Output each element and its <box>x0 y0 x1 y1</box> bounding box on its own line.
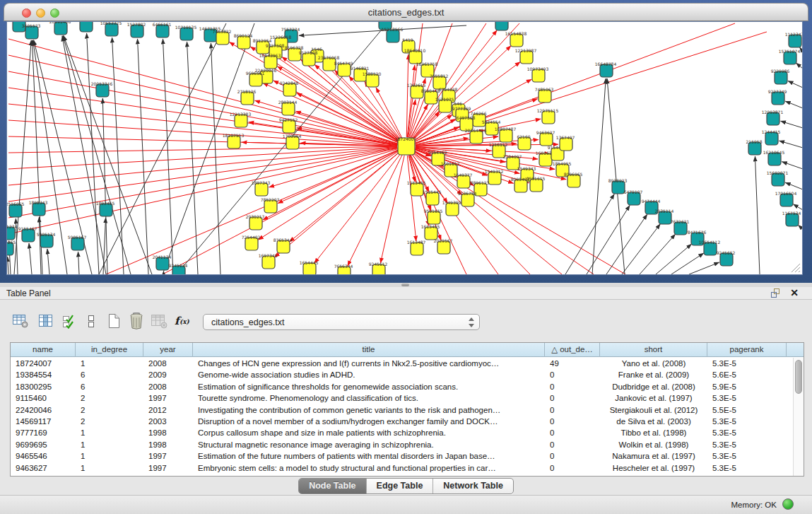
table-cell[interactable]: 2003 <box>143 416 193 427</box>
network-window-titlebar[interactable]: citations_edges.txt <box>4 3 808 21</box>
close-panel-icon[interactable]: ✕ <box>789 288 799 298</box>
table-cell[interactable]: 9465546 <box>11 450 76 462</box>
table-cell[interactable]: 1 <box>76 450 143 462</box>
column-preferences-icon[interactable] <box>35 311 57 332</box>
table-cell[interactable]: 1 <box>76 427 143 438</box>
table-cell[interactable]: Wolkin et al. (1998) <box>600 439 707 450</box>
column-header-year[interactable]: year <box>143 343 193 357</box>
float-panel-icon[interactable] <box>771 288 781 298</box>
resize-grip[interactable] <box>791 263 801 273</box>
table-cell[interactable]: Franke et al. (2009) <box>600 369 707 380</box>
table-cell[interactable]: 9777169 <box>11 427 76 438</box>
delete-icon[interactable] <box>126 311 147 332</box>
new-table-icon[interactable] <box>103 311 124 332</box>
table-cell[interactable]: 5.3E-5 <box>707 439 787 450</box>
table-cell[interactable]: 2 <box>76 416 143 427</box>
column-header-in-degree[interactable]: in_degree <box>76 343 143 357</box>
table-cell[interactable]: 5.3E-5 <box>707 358 787 369</box>
network-graph[interactable]: 2516065340557320691406106533210653325152… <box>7 22 802 274</box>
table-cell[interactable]: 1998 <box>143 427 193 438</box>
table-cell[interactable]: 0 <box>545 392 600 404</box>
column-header-title[interactable]: title <box>193 343 545 357</box>
table-cell[interactable]: Dudbridge et al. (2008) <box>600 381 707 392</box>
divider-handle[interactable] <box>401 284 409 286</box>
table-cell[interactable]: Corpus callosum shape and size in male p… <box>193 427 545 438</box>
table-row[interactable]: 977716911998Corpus callosum shape and si… <box>11 427 793 438</box>
table-cell[interactable]: 2 <box>76 392 143 404</box>
table-cell[interactable]: 9115460 <box>11 392 76 404</box>
table-cell[interactable]: 5.3E-5 <box>707 427 787 438</box>
graph-node[interactable] <box>80 22 93 32</box>
table-settings-icon[interactable] <box>10 311 31 332</box>
table-cell[interactable]: 0 <box>545 439 600 450</box>
table-cell[interactable]: 6 <box>76 369 143 380</box>
table-cell[interactable]: 0 <box>545 427 600 438</box>
table-cell[interactable]: Jankovic et al. (1997) <box>600 392 707 404</box>
table-cell[interactable]: Tibbo et al. (1998) <box>600 427 707 438</box>
table-cell[interactable]: Hescheler et al. (1997) <box>600 462 707 474</box>
table-row[interactable]: 946362711997Embryonic stem cells: a mode… <box>11 462 793 474</box>
table-row[interactable]: 2242004622012Investigating the contribut… <box>11 404 793 416</box>
table-cell[interactable]: Embryonic stem cells: a model to study s… <box>193 462 545 474</box>
tab-edge-table[interactable]: Edge Table <box>367 479 434 493</box>
table-cell[interactable]: 1 <box>76 358 143 369</box>
table-cell[interactable]: 0 <box>545 450 600 462</box>
table-cell[interactable]: 18724007 <box>11 358 76 369</box>
column-header-short[interactable]: short <box>600 343 707 357</box>
table-cell[interactable]: 5.3E-5 <box>707 416 787 427</box>
table-cell[interactable]: 0 <box>545 381 600 392</box>
table-cell[interactable]: Estimation of significance thresholds fo… <box>193 381 545 392</box>
table-cell[interactable]: 9699695 <box>11 439 76 450</box>
tab-node-table[interactable]: Node Table <box>299 479 366 493</box>
table-row[interactable]: 1938455462009Genome-wide association stu… <box>11 369 793 380</box>
table-cell[interactable]: Estimation of the future numbers of pati… <box>193 450 545 462</box>
row-select-icon[interactable] <box>59 311 81 332</box>
table-cell[interactable]: 5.3E-5 <box>707 450 787 462</box>
table-cell[interactable]: Nakamura et al. (1997) <box>600 450 707 462</box>
table-cell[interactable]: 1 <box>76 462 143 474</box>
memory-indicator-button[interactable] <box>782 498 794 510</box>
graph-node[interactable] <box>495 22 508 30</box>
table-cell[interactable]: Disruption of a novel member of a sodium… <box>193 416 545 427</box>
table-cell[interactable]: 6 <box>76 381 143 392</box>
table-row[interactable]: 911546021997Tourette syndrome. Phenomeno… <box>11 392 793 404</box>
table-cell[interactable]: 18300295 <box>11 381 76 392</box>
table-selector-dropdown[interactable]: citations_edges.txt <box>203 314 480 330</box>
table-cell[interactable]: de Silva et al. (2003) <box>600 416 707 427</box>
table-row[interactable]: 1456911722003Disruption of a novel membe… <box>11 416 793 427</box>
table-cell[interactable]: 5.3E-5 <box>707 462 787 474</box>
table-row[interactable]: 969969511998Structural magnetic resonanc… <box>11 439 793 450</box>
table-cell[interactable]: 2008 <box>143 358 193 369</box>
table-cell[interactable]: Stergiakouli et al. (2012) <box>600 404 707 416</box>
table-row[interactable]: 1872400712008Changes of HCN gene express… <box>11 358 793 369</box>
rows-icon[interactable] <box>81 311 102 332</box>
table-cell[interactable]: 5.6E-5 <box>707 369 787 380</box>
column-header-out-de-[interactable]: △ out_de… <box>545 343 600 357</box>
table-cell[interactable]: Yano et al. (2008) <box>600 358 707 369</box>
table-cell[interactable]: 5.5E-5 <box>707 404 787 416</box>
table-row[interactable]: 1830029562008Estimation of significance … <box>11 381 793 392</box>
table-cell[interactable]: 0 <box>545 416 600 427</box>
table-cell[interactable]: Changes of HCN gene expression and I(f) … <box>193 358 545 369</box>
table-cell[interactable]: 1 <box>76 439 143 450</box>
table-row[interactable]: 946554611997Estimation of the future num… <box>11 450 793 462</box>
table-cell[interactable]: Genome-wide association studies in ADHD. <box>193 369 545 380</box>
table-scrollbar[interactable] <box>793 358 804 476</box>
table-cell[interactable]: 0 <box>545 369 600 380</box>
table-cell[interactable]: 0 <box>545 404 600 416</box>
table-cell[interactable]: 1998 <box>143 439 193 450</box>
network-canvas[interactable]: 2516065340557320691406106533210653325152… <box>6 21 803 275</box>
tab-network-table[interactable]: Network Table <box>433 479 513 493</box>
table-cell[interactable]: 14569117 <box>11 416 76 427</box>
table-cell[interactable]: Structural magnetic resonance image aver… <box>193 439 545 450</box>
table-cell[interactable]: 0 <box>545 462 600 474</box>
table-cell[interactable]: 2009 <box>143 369 193 380</box>
table-cell[interactable]: 5.9E-5 <box>707 381 787 392</box>
table-cell[interactable]: 19384554 <box>11 369 76 380</box>
clear-table-icon[interactable] <box>148 311 170 332</box>
table-cell[interactable]: Investigating the contribution of common… <box>193 404 545 416</box>
table-cell[interactable]: 1997 <box>143 392 193 404</box>
column-header-name[interactable]: name <box>11 343 76 357</box>
table-cell[interactable]: 1997 <box>143 462 193 474</box>
table-cell[interactable]: 22420046 <box>11 404 76 416</box>
